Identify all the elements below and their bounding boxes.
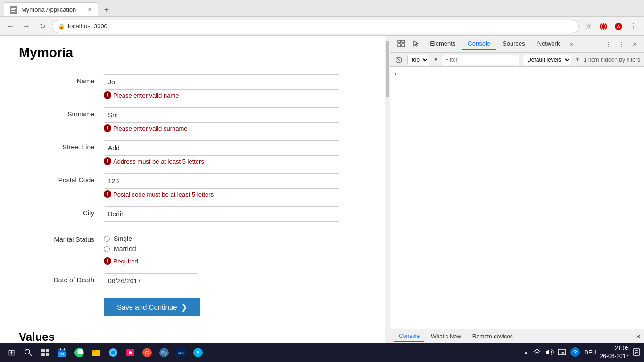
context-select[interactable]: top [407,55,429,65]
postal-label: Postal Code [19,173,104,184]
tab-close-button[interactable]: × [88,6,92,14]
svg-text:S: S [197,350,200,355]
street-error-icon: ! [104,157,111,165]
taskbar-right: ▲ ENG [523,345,640,361]
taskbar-skype-icon[interactable]: S [190,345,206,360]
bookmark-button[interactable]: ☆ [582,20,595,33]
taskbar-up-arrow[interactable]: ▲ [523,349,528,356]
devtools-elements-icon[interactable] [394,37,408,51]
taskbar-volume-icon[interactable] [545,348,554,357]
tab-elements[interactable]: Elements [424,38,461,50]
console-clear-button[interactable] [394,55,404,65]
page-area: Mymoria Name ! Please enter valid name S… [0,36,390,343]
adblock-button[interactable]: A [612,20,625,33]
postal-error: ! Postal code must be at least 5 letters [104,190,339,198]
svg-rect-18 [41,353,45,356]
url-bar[interactable]: 🔒 localhost:3000 [52,20,579,33]
devtools-more-icon[interactable]: ⋮ [616,39,627,50]
reload-button[interactable]: ↻ [36,20,49,33]
svg-rect-27 [92,350,96,352]
bottom-tab-console[interactable]: Console [394,331,424,342]
postal-input[interactable] [104,173,339,189]
marital-row: Marital Status Single Married [19,233,371,270]
save-continue-button[interactable]: Save and Continue ❯ [104,298,200,316]
opera-button[interactable] [597,20,610,33]
svg-rect-17 [46,349,49,352]
devtools-panel: Elements Console Sources Network » ⋮ ⋮ × [390,36,644,343]
marital-error-icon: ! [104,257,111,265]
tab-bar: Mymoria Application × + [0,0,644,17]
taskbar-calendar-icon[interactable]: 26 [55,345,70,360]
console-filter-input[interactable] [442,55,519,65]
tab-network[interactable]: Network [532,38,566,50]
name-input[interactable] [104,74,339,90]
console-chevron[interactable]: › [394,69,640,78]
surname-input[interactable] [104,107,339,123]
tab-console[interactable]: Console [462,38,496,50]
taskbar-network-icon[interactable] [532,348,542,357]
taskbar-help-icon[interactable]: ? [570,347,580,359]
postal-row: Postal Code ! Postal code must be at lea… [19,173,371,203]
street-row: Street Line ! Address must be at least 5… [19,140,371,170]
name-error-text: Please enter valid name [113,92,179,99]
marital-married-radio[interactable] [104,246,110,252]
taskbar-input-icon[interactable]: ENG [558,348,566,357]
taskbar-task-view-icon[interactable] [38,345,53,360]
svg-rect-9 [402,40,405,43]
svg-point-29 [111,351,115,354]
svg-rect-22 [60,348,61,350]
marital-single-option[interactable]: Single [104,235,339,242]
active-tab[interactable]: Mymoria Application × [4,2,98,16]
svg-rect-10 [398,44,401,47]
tab-more[interactable]: » [566,39,577,49]
tab-title: Mymoria Application [21,6,76,13]
taskbar-whatsapp-icon[interactable] [72,345,87,360]
name-error-icon: ! [104,91,111,99]
taskbar: ⊞ 26 [0,343,644,362]
taskbar-paint-icon[interactable] [123,345,138,360]
devtools-settings-icon[interactable]: ⋮ [603,39,614,50]
taskbar-git-icon[interactable]: G [140,345,155,360]
dod-input[interactable] [104,273,198,288]
marital-field-wrapper: Single Married ! Required [104,233,339,270]
street-input[interactable] [104,140,339,156]
dod-row: Date of Death [19,273,371,288]
taskbar-language: DEU [584,349,596,356]
street-label: Street Line [19,140,104,151]
taskbar-powershell-icon[interactable]: PS [173,345,189,360]
taskbar-python-icon[interactable]: Py [157,345,172,360]
taskbar-search-icon[interactable] [21,345,36,360]
forward-button[interactable]: → [20,20,33,33]
start-button[interactable]: ⊞ [4,345,19,360]
bottom-tab-remote-devices[interactable]: Remote devices [468,331,518,342]
marital-married-option[interactable]: Married [104,245,339,253]
svg-point-14 [25,349,30,354]
devtools-cursor-icon[interactable] [409,37,423,51]
taskbar-explorer-icon[interactable] [89,345,104,360]
devtools-bottom-bar: Console What's New Remote devices × [390,329,644,343]
taskbar-date: 26-06-2017 [600,353,629,361]
taskbar-action-center[interactable] [633,348,640,357]
taskbar-browser-icon[interactable] [106,345,121,360]
devtools-bottom-close[interactable]: × [636,333,640,340]
city-row: City [19,206,371,229]
browser-content: Mymoria Name ! Please enter valid name S… [0,36,644,343]
back-button[interactable]: ← [4,20,17,33]
city-label: City [19,206,104,217]
tab-sources[interactable]: Sources [497,38,531,50]
dod-label: Date of Death [19,273,104,284]
postal-error-text: Postal code must be at least 5 letters [113,191,214,198]
log-level-select[interactable]: Default levels [523,55,571,65]
devtools-close-button[interactable]: × [629,39,640,50]
city-input[interactable] [104,206,339,222]
bottom-tab-whats-new[interactable]: What's New [426,331,466,342]
svg-rect-16 [41,349,45,352]
settings-button[interactable]: ⋮ [627,20,640,33]
postal-error-icon: ! [104,190,111,198]
marital-label: Marital Status [19,233,104,243]
svg-point-4 [600,23,607,30]
taskbar-clock: 21:05 26-06-2017 [600,345,629,361]
new-tab-button[interactable]: + [100,3,113,16]
marital-single-radio[interactable] [104,236,110,242]
scrollbar-thumb[interactable] [386,41,389,97]
